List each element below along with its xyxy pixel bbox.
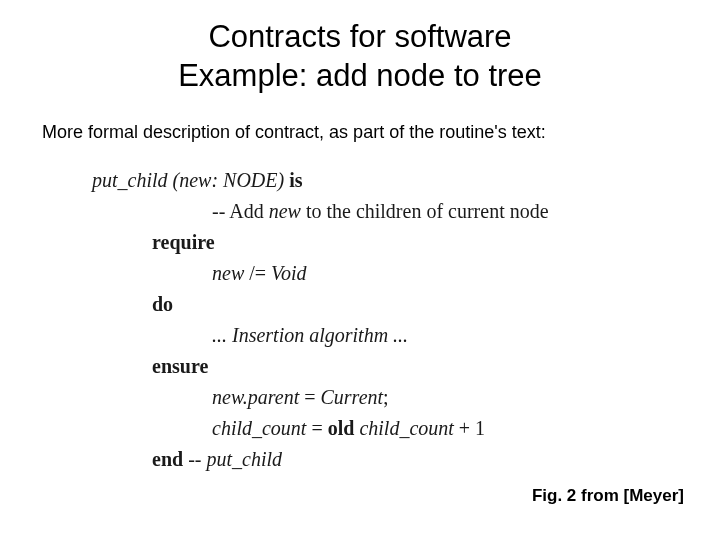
code-do-body: ... Insertion algorithm ... [92,320,720,351]
code-block: put_child (new: NODE) is -- Add new to t… [92,165,720,475]
code-comment: -- Add new to the children of current no… [92,196,720,227]
code-do: do [92,289,720,320]
code-ensure-line2: child_count = old child_count + 1 [92,413,720,444]
title-line-1: Contracts for software [0,18,720,57]
figure-caption: Fig. 2 from [Meyer] [532,486,684,506]
code-require: require [92,227,720,258]
code-require-body: new /= Void [92,258,720,289]
code-signature: put_child (new: NODE) is [92,165,720,196]
title-line-2: Example: add node to tree [0,57,720,96]
code-ensure-line1: new.parent = Current; [92,382,720,413]
slide-title: Contracts for software Example: add node… [0,0,720,96]
subtitle: More formal description of contract, as … [42,122,720,143]
code-end: end -- put_child [92,444,720,475]
code-ensure: ensure [92,351,720,382]
